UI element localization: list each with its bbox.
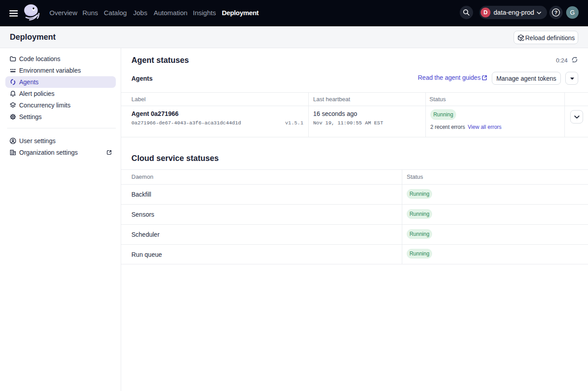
svg-text:?: ? xyxy=(554,10,557,15)
